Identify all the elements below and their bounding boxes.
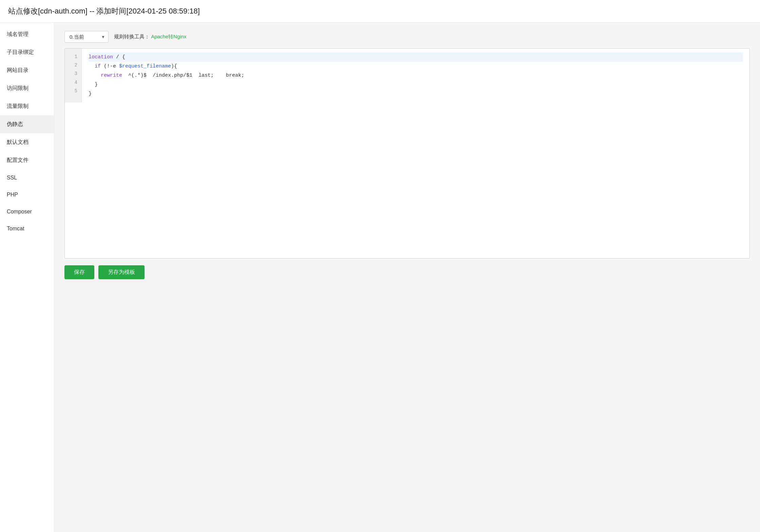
line-number-1: 1 [65,53,81,61]
page-header: 站点修改[cdn-auth.com] -- 添加时间[2024-01-25 08… [0,0,760,23]
save-as-template-button[interactable]: 另存为模板 [98,265,145,279]
line-number-3: 3 [65,70,81,78]
code-line-1: location / { [89,53,743,62]
keyword-if: if [95,63,101,69]
code-line-3: rewrite ^(.*)$ /index.php/$1 last; break… [89,71,743,80]
sidebar-item-default[interactable]: 默认文档 [0,133,54,151]
sidebar-item-domain[interactable]: 域名管理 [0,25,54,43]
sidebar-item-access[interactable]: 访问限制 [0,79,54,97]
code-line-2: if (!-e $request_filename){ [89,62,743,71]
version-select-wrapper: 0.当前 ▼ [64,31,109,43]
line-number-5: 5 [65,87,81,95]
action-buttons: 保存 另存为模板 [64,265,750,279]
code-area: 12345 location / { if (!-e $request_file… [65,49,749,102]
code-lines[interactable]: location / { if (!-e $request_filename){… [82,49,749,102]
line-number-2: 2 [65,61,81,70]
sidebar-item-flow[interactable]: 流量限制 [0,97,54,115]
sidebar-item-tomcat[interactable]: Tomcat [0,220,54,237]
sidebar-item-config[interactable]: 配置文件 [0,151,54,169]
sidebar-item-php[interactable]: PHP [0,186,54,203]
code-editor: 12345 location / { if (!-e $request_file… [64,48,750,259]
save-button[interactable]: 保存 [64,265,94,279]
code-line-4: } [89,80,743,89]
sidebar-item-pseudo[interactable]: 伪静态 [0,115,54,133]
line-number-4: 4 [65,78,81,87]
keyword-location: location [89,54,113,60]
toolbar: 0.当前 ▼ 规则转换工具： Apache转Nginx [64,31,750,43]
rule-converter-label: 规则转换工具： Apache转Nginx [114,34,186,40]
sidebar-item-ssl[interactable]: SSL [0,169,54,186]
sidebar-item-sitedir[interactable]: 网站目录 [0,61,54,79]
sidebar: 域名管理子目录绑定网站目录访问限制流量限制伪静态默认文档配置文件SSLPHPCo… [0,23,54,532]
var-request-filename: $request_filename [119,63,171,69]
code-line-5: } [89,89,743,98]
version-select[interactable]: 0.当前 [64,31,109,43]
rule-converter-link[interactable]: Apache转Nginx [151,34,186,39]
sidebar-item-composer[interactable]: Composer [0,203,54,220]
line-numbers: 12345 [65,49,82,102]
main-content: 0.当前 ▼ 规则转换工具： Apache转Nginx 12345 locati… [54,23,760,532]
keyword-rewrite: rewrite [101,73,122,78]
sidebar-item-subdir[interactable]: 子目录绑定 [0,43,54,61]
